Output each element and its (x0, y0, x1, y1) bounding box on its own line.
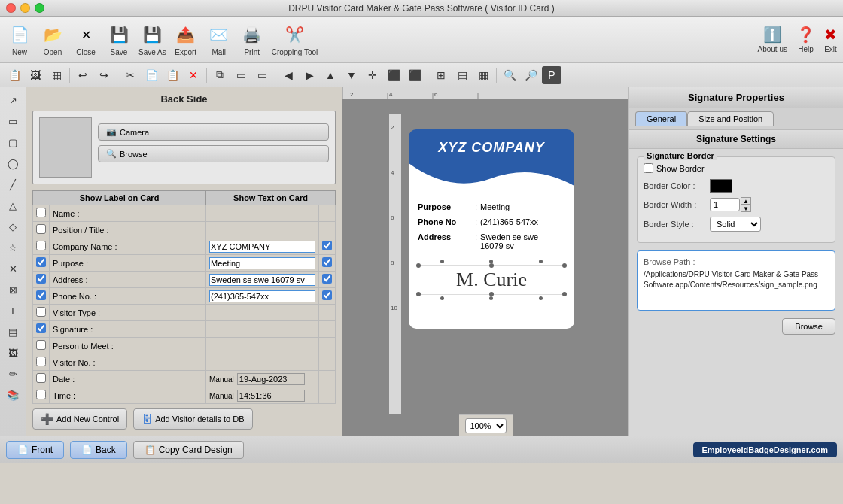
browse-sig-button[interactable]: Browse (782, 318, 835, 335)
field-checkbox-8[interactable] (36, 340, 46, 350)
field-text-checkbox-2[interactable] (322, 241, 332, 250)
tb2-dup-icon[interactable]: ⧉ (210, 66, 230, 84)
field-checkbox-2[interactable] (36, 241, 46, 250)
handle-tc[interactable] (489, 263, 494, 268)
toolbar-saveas[interactable]: 💾 Save As (138, 23, 166, 56)
toolbar-export[interactable]: 📤 Export (172, 23, 199, 56)
field-checkbox-5[interactable] (36, 290, 46, 300)
field-checkbox-6[interactable] (36, 307, 46, 317)
tb2-align-left-icon[interactable]: ⬛ (384, 66, 403, 84)
handle-tr[interactable] (562, 263, 567, 268)
tab-size-position[interactable]: Size and Position (687, 111, 774, 126)
toolbar-cropping[interactable]: ✂️ Cropping Tool (272, 23, 318, 56)
field-checkbox-10[interactable] (36, 373, 46, 383)
tb2-barcode2-icon[interactable]: ▤ (452, 66, 472, 84)
show-border-checkbox[interactable] (644, 163, 653, 173)
toolbar-save[interactable]: 💾 Save (105, 23, 132, 56)
field-text-input-6[interactable] (209, 308, 315, 317)
field-text-checkbox-4[interactable] (322, 274, 332, 284)
tb2-left-arrow-icon[interactable]: ◀ (278, 66, 298, 84)
tb2-down-arrow-icon[interactable]: ▼ (342, 66, 361, 84)
tb2-cut-icon[interactable]: ✂ (120, 66, 140, 84)
tool-crop[interactable]: ⊠ (2, 280, 23, 299)
tb2-right-arrow-icon[interactable]: ▶ (300, 66, 319, 84)
toolbar-exit[interactable]: ✖ Exit (824, 26, 837, 53)
camera-button[interactable]: 📷 Camera (98, 123, 329, 141)
tool-rounded-rect[interactable]: ▢ (2, 132, 23, 152)
toolbar-open[interactable]: 📂 Open (39, 23, 66, 56)
field-text-checkbox-3[interactable] (322, 257, 332, 267)
field-checkbox-4[interactable] (36, 274, 46, 284)
tool-pen[interactable]: ✏ (2, 364, 23, 384)
tb2-up-arrow-icon[interactable]: ▲ (321, 66, 340, 84)
canvas-scroll[interactable]: 2 4 6 8 10 XYZ COMPANY (374, 99, 597, 414)
toolbar-help[interactable]: ❓ Help (796, 26, 815, 53)
tb2-image-icon[interactable]: 🖼 (26, 66, 45, 84)
field-text-input-4[interactable] (209, 274, 315, 286)
tb2-group-icon[interactable]: ▭ (231, 66, 251, 84)
field-text-input-3[interactable] (209, 257, 315, 269)
zoom-select[interactable]: 100% 75% 125% 150% (465, 418, 507, 433)
field-text-input-5[interactable] (209, 290, 315, 302)
tb2-file-icon[interactable]: 📋 (5, 66, 24, 84)
field-checkbox-3[interactable] (36, 257, 46, 267)
add-control-button[interactable]: ➕ Add New Control (32, 408, 127, 430)
tool-triangle[interactable]: △ (2, 196, 23, 215)
card-preview[interactable]: XYZ COMPANY Purpose : (409, 129, 574, 329)
tb2-redo-icon[interactable]: ↪ (94, 66, 114, 84)
copy-design-button[interactable]: 📋 Copy Card Design (133, 441, 244, 459)
tool-ellipse[interactable]: ◯ (2, 153, 23, 173)
field-checkbox-11[interactable] (36, 390, 46, 399)
tool-image[interactable]: 🖼 (2, 343, 23, 363)
tb2-chart-icon[interactable]: ▦ (473, 66, 493, 84)
tool-rect[interactable]: ▭ (2, 111, 23, 131)
window-controls[interactable] (6, 3, 44, 13)
tool-pointer[interactable]: ↗ (2, 90, 23, 110)
toolbar-print[interactable]: 🖨️ Print (239, 23, 266, 56)
handle-br[interactable] (562, 292, 567, 296)
tb2-paste-icon[interactable]: 📋 (163, 66, 182, 84)
tab-back[interactable]: 📄 Back (70, 441, 127, 459)
field-checkbox-0[interactable] (36, 208, 46, 217)
tb2-zoomout-icon[interactable]: 🔎 (521, 66, 540, 84)
field-text-input-0[interactable] (209, 209, 315, 218)
border-color-swatch[interactable] (710, 179, 732, 193)
tool-line[interactable]: ╱ (2, 175, 23, 194)
border-width-down[interactable]: ▼ (741, 205, 751, 212)
handle-bl[interactable] (416, 292, 421, 296)
field-checkbox-1[interactable] (36, 224, 46, 234)
add-visitor-button[interactable]: 🗄 Add Visitor details to DB (133, 408, 252, 430)
tb2-ungroup-icon[interactable]: ▭ (252, 66, 272, 84)
handle-tl[interactable] (416, 263, 421, 268)
field-text-input-10[interactable] (237, 373, 305, 385)
tool-text[interactable]: T (2, 301, 23, 320)
toolbar-about[interactable]: ℹ️ About us (758, 26, 787, 53)
border-width-input[interactable] (710, 198, 740, 211)
toolbar-mail[interactable]: ✉️ Mail (205, 23, 233, 56)
field-text-input-8[interactable] (209, 342, 315, 351)
field-text-input-9[interactable] (209, 358, 315, 367)
tool-barcode[interactable]: ▤ (2, 322, 23, 342)
minimize-window-btn[interactable] (20, 3, 30, 13)
toolbar-close[interactable]: ✕ Close (72, 23, 99, 56)
browse-photo-button[interactable]: 🔍 Browse (98, 145, 329, 162)
field-text-checkbox-5[interactable] (322, 290, 332, 300)
field-checkbox-9[interactable] (36, 357, 46, 366)
tb2-align-right-icon[interactable]: ⬛ (405, 66, 425, 84)
field-text-input-1[interactable] (209, 226, 315, 235)
tool-diamond[interactable]: ◇ (2, 217, 23, 236)
tool-star[interactable]: ☆ (2, 238, 23, 257)
tb2-move-icon[interactable]: ✛ (363, 66, 382, 84)
tb2-barcode-icon[interactable]: ▦ (47, 66, 66, 84)
tb2-delete-icon[interactable]: ✕ (184, 66, 203, 84)
tb2-copy-icon[interactable]: 📄 (142, 66, 161, 84)
toolbar-new[interactable]: 📄 New (6, 23, 33, 56)
field-text-input-2[interactable] (209, 241, 315, 253)
tb2-undo-icon[interactable]: ↩ (73, 66, 93, 84)
tool-book[interactable]: 📚 (2, 385, 23, 405)
border-style-select[interactable]: Solid Dashed Dotted (710, 217, 761, 232)
tab-general[interactable]: General (635, 111, 687, 126)
maximize-window-btn[interactable] (35, 3, 44, 13)
tool-cross[interactable]: ✕ (2, 259, 23, 278)
field-text-input-11[interactable] (237, 390, 305, 402)
